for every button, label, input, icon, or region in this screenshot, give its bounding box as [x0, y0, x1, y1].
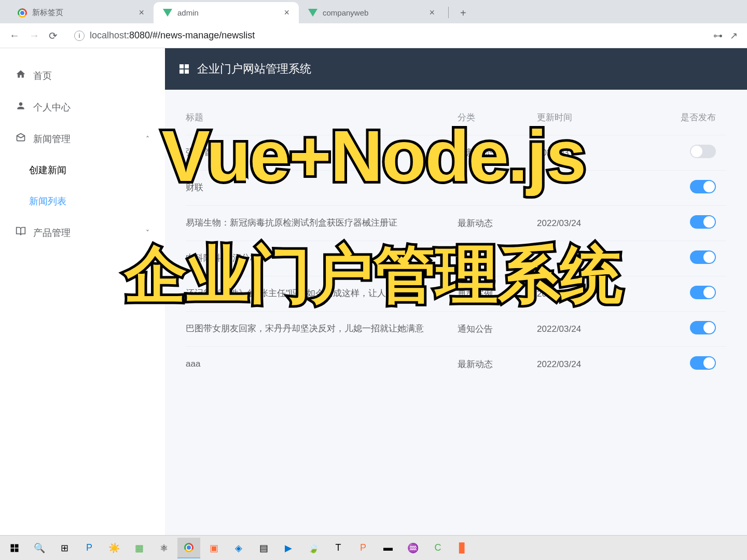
svg-rect-3: [15, 548, 19, 552]
close-icon[interactable]: ×: [139, 7, 144, 18]
sidebar-item-product-manage[interactable]: 产品管理 ˅: [0, 217, 165, 248]
browser-tab-newtab[interactable]: 新标签页 ×: [8, 2, 154, 23]
taskbar-camtasia-icon[interactable]: C: [426, 538, 449, 558]
cell-published: [634, 312, 726, 347]
svg-rect-2: [11, 548, 15, 552]
taskbar-chrome-icon[interactable]: [177, 538, 200, 558]
col-category: 分类: [458, 104, 537, 135]
svg-rect-1: [15, 544, 19, 548]
taskbar-weather-icon[interactable]: ☀️: [103, 538, 126, 558]
close-icon[interactable]: ×: [429, 7, 435, 18]
col-published: 是否发布: [634, 104, 726, 135]
cell-updated: 2022/03: [537, 135, 634, 171]
task-view-icon[interactable]: ⊞: [53, 538, 76, 558]
table-row: 财联: [186, 171, 726, 206]
close-icon[interactable]: ×: [284, 7, 289, 18]
start-button[interactable]: [3, 538, 26, 558]
content-area: 标题 分类 更新时间 是否发布 强化管理 最新动态 2022/03 财联 易瑞生…: [165, 90, 747, 396]
sidebar-item-news-manage[interactable]: 新闻管理 ˄: [0, 123, 165, 155]
app-title: 企业门户网站管理系统: [197, 61, 311, 77]
sidebar-item-home[interactable]: 首页: [0, 60, 165, 91]
forward-button[interactable]: →: [29, 30, 39, 41]
cell-updated: 2022/03/24: [537, 206, 634, 241]
taskbar-mongodb-icon[interactable]: 🍃: [302, 538, 325, 558]
main-area: 企业门户网站管理系统 标题 分类 更新时间 是否发布 强化管理 最新动态 202…: [165, 48, 747, 535]
cell-updated: 2022/03/24: [537, 347, 634, 382]
url-bar[interactable]: i localhost:8080/#/news-manage/newslist …: [67, 30, 738, 41]
publish-toggle[interactable]: [690, 321, 716, 334]
publish-toggle[interactable]: [690, 145, 716, 158]
sidebar-item-news-list[interactable]: 新闻列表: [0, 186, 165, 217]
cell-category: 通知公告: [458, 312, 537, 347]
reload-button[interactable]: ⟳: [49, 30, 58, 42]
taskbar-powerpoint-icon[interactable]: P: [352, 538, 375, 558]
browser-tab-admin[interactable]: admin ×: [154, 2, 299, 23]
publish-toggle[interactable]: [690, 250, 716, 264]
taskbar-app-icon[interactable]: P: [78, 538, 101, 558]
book-icon: [16, 226, 26, 239]
sidebar-label: 创建新闻: [29, 165, 66, 175]
tab-title: 新标签页: [32, 8, 63, 18]
site-info-icon[interactable]: i: [74, 31, 85, 41]
windows-taskbar: 🔍 ⊞ P ☀️ ▦ ⚛ ▣ ◈ ▤ ▶ 🍃 T P ▬ ♒ C ▊: [0, 535, 747, 560]
cell-category: 最新动态: [458, 347, 537, 382]
cell-category: [458, 171, 537, 206]
url-text: localhost:8080/#/news-manage/newslist: [90, 30, 255, 41]
cell-published: [634, 241, 726, 276]
inbox-icon: [16, 132, 26, 145]
menu-grid-icon[interactable]: [179, 64, 189, 74]
cell-title: 巴图带女朋友回家，宋丹丹却坚决反对，儿媳一招就让她满意: [186, 312, 458, 347]
tab-title: companyweb: [323, 8, 368, 17]
col-updated: 更新时间: [537, 104, 634, 135]
cell-title: 财联: [186, 171, 458, 206]
taskbar-sublime-icon[interactable]: ▣: [202, 538, 225, 558]
table-row: 易瑞生物：新冠病毒抗原检测试剂盒获医疗器械注册证 最新动态 2022/03/24: [186, 206, 726, 241]
taskbar-powershell-icon[interactable]: ▶: [277, 538, 300, 558]
cell-published: [634, 135, 726, 171]
taskbar-app-icon[interactable]: ▦: [128, 538, 150, 558]
cell-category: [458, 241, 537, 276]
browser-tab-strip: 新标签页 × admin × companyweb × +: [0, 0, 747, 23]
vue-icon: [163, 8, 172, 18]
cell-updated: [537, 171, 634, 206]
taskbar-app-icon[interactable]: ▊: [451, 538, 474, 558]
sidebar: 首页 个人中心 新闻管理 ˄ 创建新闻 新闻列表: [0, 48, 165, 535]
publish-toggle[interactable]: [690, 286, 716, 299]
search-icon[interactable]: 🔍: [28, 538, 51, 558]
tab-title: admin: [177, 8, 199, 17]
chevron-up-icon: ˄: [146, 135, 149, 143]
table-row: 巴图带女朋友回家，宋丹丹却坚决反对，儿媳一招就让她满意 通知公告 2022/03…: [186, 312, 726, 347]
cell-published: [634, 347, 726, 382]
publish-toggle[interactable]: [690, 356, 716, 370]
taskbar-app-icon[interactable]: ▬: [377, 538, 399, 558]
sidebar-item-create-news[interactable]: 创建新闻: [0, 155, 165, 186]
key-icon[interactable]: ⊶: [713, 30, 723, 41]
taskbar-app-icon[interactable]: T: [327, 538, 350, 558]
taskbar-app-icon[interactable]: ⚛: [153, 538, 175, 558]
cell-title: 强化管理: [186, 135, 458, 171]
sidebar-label: 新闻列表: [29, 196, 66, 206]
col-title: 标题: [186, 104, 458, 135]
cell-updated: [537, 241, 634, 276]
taskbar-vscode-icon[interactable]: ◈: [227, 538, 250, 558]
new-tab-button[interactable]: +: [453, 3, 474, 23]
back-button[interactable]: ←: [9, 30, 20, 41]
cell-published: [634, 276, 726, 312]
share-icon[interactable]: ↗: [730, 30, 738, 41]
publish-toggle[interactable]: [690, 215, 716, 229]
app-container: 首页 个人中心 新闻管理 ˄ 创建新闻 新闻列表: [0, 48, 747, 535]
sidebar-item-profile[interactable]: 个人中心: [0, 91, 165, 123]
browser-toolbar: ← → ⟳ i localhost:8080/#/news-manage/new…: [0, 23, 747, 48]
taskbar-app-icon[interactable]: ▤: [252, 538, 275, 558]
sidebar-label: 个人中心: [33, 101, 71, 114]
cell-title: 中科院科技 河分校: [186, 241, 458, 276]
cell-category: 最新动态: [458, 135, 537, 171]
table-row: aaa 最新动态 2022/03/24: [186, 347, 726, 382]
taskbar-app-icon[interactable]: ♒: [402, 538, 424, 558]
browser-tab-companyweb[interactable]: companyweb ×: [299, 2, 444, 23]
cell-category: 最新动态: [458, 206, 537, 241]
chevron-down-icon: ˅: [146, 229, 149, 237]
publish-toggle[interactable]: [690, 180, 716, 193]
table-row: 中科院科技 河分校: [186, 241, 726, 276]
app-header: 企业门户网站管理系统: [165, 48, 747, 90]
